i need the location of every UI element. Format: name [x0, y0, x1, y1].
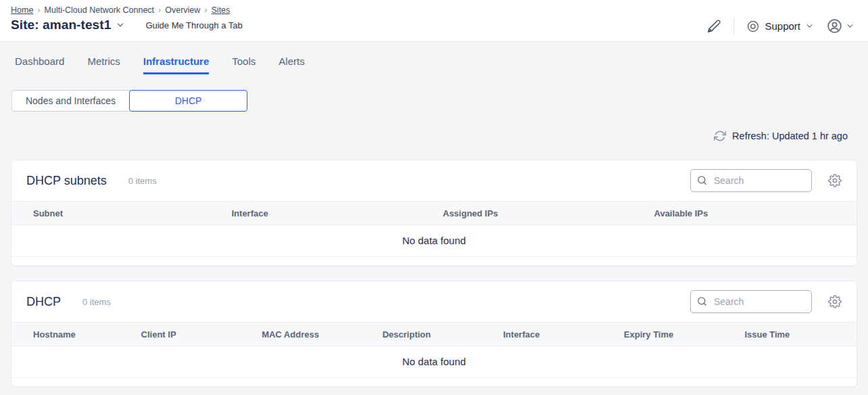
- refresh-icon[interactable]: [714, 130, 726, 142]
- panel-footer-strip: [11, 257, 857, 265]
- column-header-mac-address[interactable]: MAC Address: [253, 323, 374, 346]
- column-header-issue-time[interactable]: Issue Time: [736, 323, 857, 346]
- page-title: Site: aman-test1: [11, 18, 111, 32]
- table-header-row: Hostname Client IP MAC Address Descripti…: [11, 323, 857, 346]
- no-data-found-text: No data found: [11, 225, 857, 257]
- panel-title: DHCP subnets: [26, 174, 107, 188]
- tab-metrics[interactable]: Metrics: [87, 55, 120, 74]
- panel-actions: [690, 290, 842, 313]
- search-input[interactable]: [690, 169, 812, 192]
- dhcp-panel-header: DHCP 0 items: [11, 281, 857, 322]
- panel-footer-strip: [11, 378, 857, 386]
- column-header-subnet[interactable]: Subnet: [11, 202, 223, 225]
- column-header-assigned-ips[interactable]: Assigned IPs: [434, 202, 646, 225]
- account-chevron-down-icon: [846, 22, 854, 30]
- support-label: Support: [765, 20, 800, 32]
- life-buoy-icon: [746, 20, 760, 33]
- header-divider: [733, 18, 734, 35]
- dhcp-panel: DHCP 0 items Hostname Client IP MAC Addr…: [11, 281, 857, 387]
- column-header-expiry-time[interactable]: Expiry Time: [615, 323, 736, 346]
- top-header: Home › Multi-Cloud Network Connect › Ove…: [0, 0, 868, 42]
- dhcp-subnets-panel: DHCP subnets 0 items Subnet Interface As…: [11, 160, 857, 266]
- infrastructure-subtabs: Nodes and Interfaces DHCP: [11, 90, 247, 112]
- dhcp-subnets-panel-header: DHCP subnets 0 items: [11, 160, 857, 201]
- search-wrapper: [690, 169, 812, 192]
- column-header-interface[interactable]: Interface: [223, 202, 435, 225]
- tab-tools[interactable]: Tools: [232, 55, 256, 74]
- column-header-client-ip[interactable]: Client IP: [132, 323, 254, 346]
- user-avatar-icon: [826, 18, 843, 34]
- tab-alerts[interactable]: Alerts: [279, 55, 304, 74]
- no-data-found-text: No data found: [11, 346, 857, 378]
- title-row: Site: aman-test1 Guide Me Through a Tab: [11, 18, 243, 32]
- support-menu[interactable]: Support: [746, 20, 814, 33]
- panel-actions: [690, 169, 842, 192]
- breadcrumb-home[interactable]: Home: [11, 5, 33, 15]
- search-wrapper: [690, 290, 812, 313]
- site-selector-chevron-down-icon[interactable]: [116, 20, 125, 30]
- dhcp-subnets-table: Subnet Interface Assigned IPs Available …: [11, 201, 857, 257]
- subtab-nodes-and-interfaces[interactable]: Nodes and Interfaces: [11, 90, 130, 112]
- breadcrumb-multi-cloud-network-connect[interactable]: Multi-Cloud Network Connect: [45, 5, 155, 15]
- search-icon: [696, 296, 708, 307]
- header-left: Home › Multi-Cloud Network Connect › Ove…: [11, 5, 243, 41]
- empty-state-row: No data found: [11, 225, 857, 257]
- panel-title: DHCP: [26, 295, 61, 309]
- refresh-status-text: Refresh: Updated 1 hr ago: [732, 131, 848, 141]
- items-count: 0 items: [82, 297, 111, 307]
- search-input[interactable]: [690, 290, 812, 313]
- search-icon: [696, 175, 708, 186]
- main-tabs: Dashboard Metrics Infrastructure Tools A…: [0, 42, 868, 74]
- column-header-hostname[interactable]: Hostname: [11, 323, 132, 346]
- subtab-dhcp[interactable]: DHCP: [129, 90, 247, 112]
- column-header-description[interactable]: Description: [374, 323, 495, 346]
- breadcrumb-sites[interactable]: Sites: [212, 5, 231, 15]
- gear-icon[interactable]: [828, 174, 842, 187]
- gear-icon[interactable]: [828, 295, 842, 308]
- table-header-row: Subnet Interface Assigned IPs Available …: [11, 202, 857, 225]
- items-count: 0 items: [128, 176, 157, 186]
- header-right: Support: [706, 5, 854, 41]
- refresh-row: Refresh: Updated 1 hr ago: [0, 130, 848, 142]
- breadcrumb: Home › Multi-Cloud Network Connect › Ove…: [11, 5, 243, 15]
- guide-me-through-a-tab-button[interactable]: Guide Me Through a Tab: [145, 20, 242, 30]
- column-header-available-ips[interactable]: Available IPs: [646, 202, 857, 225]
- support-chevron-down-icon: [805, 22, 814, 30]
- tab-infrastructure[interactable]: Infrastructure: [143, 55, 210, 74]
- dhcp-table: Hostname Client IP MAC Address Descripti…: [11, 322, 857, 378]
- empty-state-row: No data found: [11, 346, 857, 378]
- breadcrumb-overview[interactable]: Overview: [165, 5, 200, 15]
- column-header-interface[interactable]: Interface: [494, 323, 615, 346]
- chevron-right-icon: ›: [204, 5, 207, 15]
- chevron-right-icon: ›: [37, 5, 40, 15]
- chevron-right-icon: ›: [158, 5, 161, 15]
- pen-edit-icon[interactable]: [706, 19, 721, 34]
- account-menu[interactable]: [826, 18, 854, 34]
- tab-dashboard[interactable]: Dashboard: [15, 55, 64, 74]
